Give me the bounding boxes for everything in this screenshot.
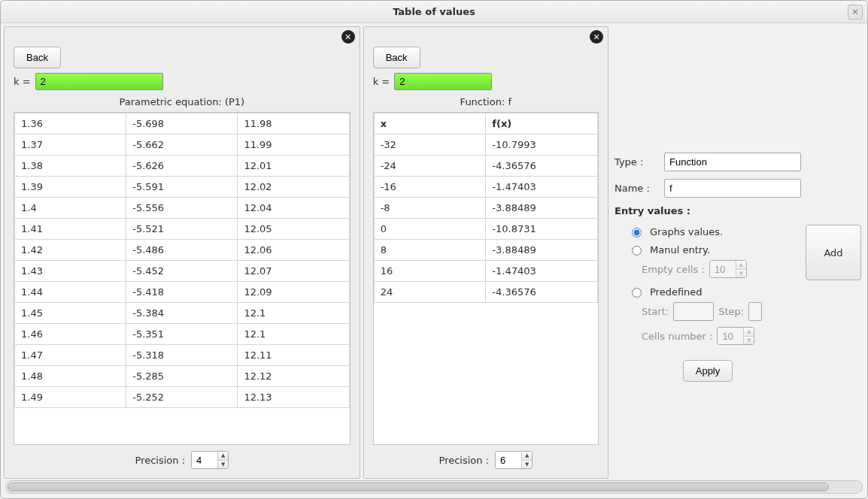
step-input (748, 302, 762, 321)
table-cell: -8 (374, 198, 486, 219)
add-button-label: Add (824, 247, 842, 259)
table-row[interactable]: 1.37-5.66211.99 (15, 135, 350, 156)
radio-graphs-values[interactable] (632, 228, 642, 237)
scrollbar-thumb[interactable] (8, 482, 829, 491)
table-row[interactable]: 1.47-5.31812.11 (15, 345, 350, 366)
radio-predefined[interactable] (632, 288, 642, 298)
parametric-table-scroll[interactable]: 1.36-5.69811.981.37-5.66211.991.38-5.626… (14, 112, 351, 445)
precision-spinner[interactable]: ▲ ▼ (495, 451, 533, 469)
add-button[interactable]: Add (806, 225, 861, 280)
table-row[interactable]: 1.38-5.62612.01 (15, 156, 350, 177)
table-row[interactable]: 1.44-5.41812.09 (15, 282, 350, 303)
parametric-panel: ✕ Back k = Parametric equation: (P1) 1.3… (4, 26, 360, 479)
table-row[interactable]: -8-3.88489 (374, 198, 597, 219)
table-cell: -24 (374, 156, 486, 177)
table-cell: 1.39 (15, 177, 126, 198)
table-row[interactable]: 1.4-5.55612.04 (15, 198, 350, 219)
precision-input[interactable] (192, 452, 217, 468)
table-row[interactable]: 24-4.36576 (374, 282, 597, 303)
function-table-scroll[interactable]: xf(x) -32-10.7993-24-4.36576-16-1.47403-… (373, 112, 599, 445)
table-row[interactable]: 1.45-5.38412.1 (15, 303, 350, 324)
k-label: k = (14, 76, 31, 87)
table-cell: 12.06 (238, 240, 349, 261)
radio-predefined-label: Predefined (650, 286, 703, 298)
spinner-down-icon[interactable]: ▼ (522, 461, 532, 469)
spinner-down-icon: ▼ (736, 270, 746, 278)
table-cell: 1.36 (15, 113, 126, 135)
table-cell: -5.521 (126, 219, 238, 240)
spinner-up-icon: ▲ (744, 328, 754, 337)
type-select[interactable] (664, 153, 801, 171)
table-cell: 1.4 (15, 198, 126, 219)
table-cell: 1.47 (15, 345, 126, 366)
table-cell: -4.36576 (486, 156, 598, 177)
panel-close-button[interactable]: ✕ (590, 30, 603, 44)
close-icon: ✕ (344, 32, 351, 42)
table-row[interactable]: 1.41-5.52112.05 (15, 219, 350, 240)
table-cell: 1.48 (15, 366, 126, 387)
table-cell: -5.252 (126, 387, 238, 408)
table-cell: 8 (374, 240, 486, 261)
table-cell: -5.285 (126, 366, 238, 387)
table-row[interactable]: 0-10.8731 (374, 219, 597, 240)
table-row[interactable]: -32-10.7993 (374, 135, 597, 156)
precision-input[interactable] (496, 452, 521, 468)
table-cell: -32 (374, 135, 486, 156)
table-row[interactable]: 1.39-5.59112.02 (15, 177, 350, 198)
horizontal-scrollbar[interactable] (5, 480, 863, 494)
spinner-up-icon[interactable]: ▲ (218, 452, 228, 461)
table-row[interactable]: -24-4.36576 (374, 156, 597, 177)
table-cell: -5.486 (126, 240, 238, 261)
table-cell: 11.99 (238, 135, 349, 156)
empty-cells-label: Empty cells : (642, 264, 705, 275)
k-input[interactable] (394, 73, 492, 90)
precision-spinner[interactable]: ▲ ▼ (191, 451, 229, 469)
panel-heading: Parametric equation: (P1) (14, 96, 351, 107)
table-cell: -3.88489 (486, 240, 598, 261)
table-row[interactable]: -16-1.47403 (374, 177, 597, 198)
table-cell: 1.38 (15, 156, 126, 177)
k-input[interactable] (35, 73, 163, 90)
table-row[interactable]: 1.48-5.28512.12 (15, 366, 350, 387)
empty-cells-spinner: ▲ ▼ (709, 260, 747, 278)
table-cell: -5.556 (126, 198, 238, 219)
step-label: Step: (718, 306, 744, 317)
table-row[interactable]: 8-3.88489 (374, 240, 597, 261)
table-header: f(x) (486, 113, 598, 135)
table-cell: 12.02 (238, 177, 349, 198)
table-cell: 16 (374, 261, 486, 282)
table-cell: -4.36576 (486, 282, 598, 303)
table-cell: 1.43 (15, 261, 126, 282)
table-row[interactable]: 1.43-5.45212.07 (15, 261, 350, 282)
table-cell: 1.42 (15, 240, 126, 261)
table-cell: 1.41 (15, 219, 126, 240)
table-cell: -1.47403 (486, 177, 598, 198)
panel-close-button[interactable]: ✕ (341, 30, 355, 44)
table-cell: -5.452 (126, 261, 238, 282)
table-cell: -5.384 (126, 303, 238, 324)
name-input[interactable] (664, 179, 801, 198)
radio-manual-entry[interactable] (632, 246, 642, 256)
table-row[interactable]: 1.42-5.48612.06 (15, 240, 350, 261)
table-row[interactable]: 16-1.47403 (374, 261, 597, 282)
table-cell: 1.49 (15, 387, 126, 408)
spinner-down-icon[interactable]: ▼ (218, 461, 228, 469)
back-button[interactable]: Back (14, 47, 61, 68)
apply-button[interactable]: Apply (683, 360, 733, 382)
table-cell: -5.662 (126, 135, 238, 156)
table-row[interactable]: 1.36-5.69811.98 (15, 113, 350, 135)
table-row[interactable]: 1.46-5.35112.1 (15, 324, 350, 345)
table-cell: 12.09 (238, 282, 349, 303)
start-input (673, 302, 714, 321)
back-button[interactable]: Back (373, 47, 420, 68)
table-cell: -5.418 (126, 282, 238, 303)
window-close-button[interactable]: ✕ (848, 5, 863, 20)
radio-manual-label: Manul entry. (650, 244, 710, 256)
table-cell: -10.7993 (486, 135, 598, 156)
function-panel: ✕ Back k = Function: f xf(x) -32-10.7993… (363, 26, 609, 479)
table-cell: 12.12 (238, 366, 349, 387)
precision-label: Precision : (135, 455, 186, 466)
content-area: ✕ Back k = Parametric equation: (P1) 1.3… (1, 23, 867, 479)
spinner-up-icon[interactable]: ▲ (522, 452, 532, 461)
table-row[interactable]: 1.49-5.25212.13 (15, 387, 350, 408)
